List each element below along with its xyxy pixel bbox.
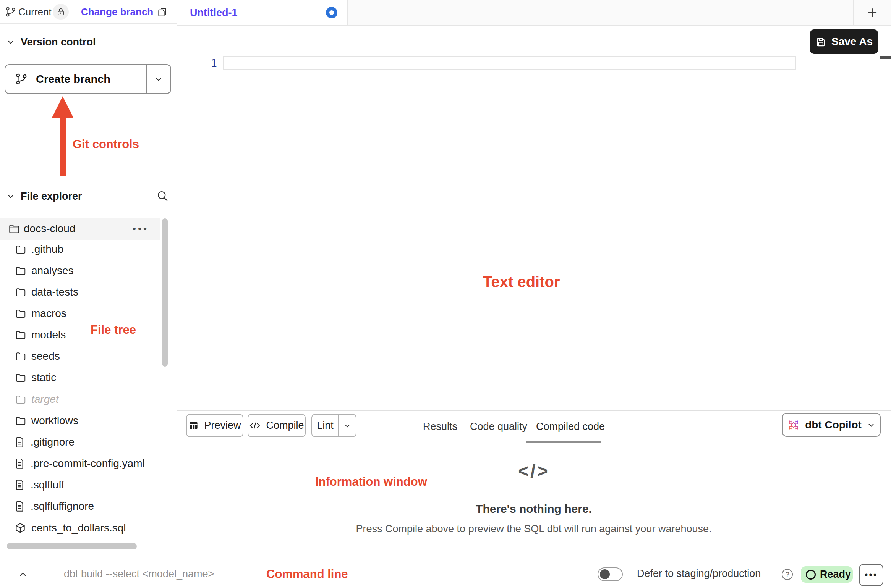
tree-item-seeds[interactable]: seeds: [0, 346, 160, 367]
tree-item-sqlfluff[interactable]: .sqlfluff: [0, 474, 160, 496]
folder-icon: [15, 244, 26, 255]
folder-icon: [15, 287, 26, 297]
lint-split-button[interactable]: Lint: [311, 414, 356, 437]
tree-item-label: .github: [31, 243, 63, 255]
tree-item-data-tests[interactable]: data-tests: [0, 281, 160, 303]
code-icon: [249, 421, 261, 430]
save-as-button[interactable]: Save As: [810, 29, 878, 54]
defer-label: Defer to staging/production: [637, 560, 761, 588]
version-control-header[interactable]: Version control: [6, 34, 96, 50]
version-control-title: Version control: [21, 36, 96, 48]
tree-item-sqlfluffignore[interactable]: .sqlfluffignore: [0, 496, 160, 517]
folder-icon: [15, 265, 26, 276]
dbt-copilot-button[interactable]: dbt Copilot: [782, 413, 881, 437]
file-icon: [15, 479, 25, 491]
annotation-arrow-shaft: [60, 115, 66, 176]
command-input[interactable]: dbt build --select <model_name>: [64, 560, 214, 588]
file-icon: [15, 458, 25, 469]
tree-item-static[interactable]: static: [0, 367, 160, 388]
line-number: 1: [198, 57, 217, 70]
empty-state-subtitle: Press Compile above to preview the SQL d…: [285, 523, 782, 535]
chevron-down-icon: [343, 422, 352, 430]
chevron-down-icon: [6, 192, 15, 201]
tree-item-label: static: [31, 372, 56, 384]
panel-tab-code-quality[interactable]: Code quality: [470, 411, 527, 443]
lint-label[interactable]: Lint: [312, 420, 338, 431]
table-icon: [188, 420, 199, 431]
model-cube-icon: [15, 522, 26, 534]
annotation-arrow-head: [52, 96, 73, 118]
create-branch-button[interactable]: Create branch: [5, 64, 171, 94]
compile-label: Compile: [266, 420, 304, 431]
panel-divider: [365, 411, 365, 443]
tree-item-analyses[interactable]: analyses: [0, 260, 160, 281]
ready-label: Ready: [820, 569, 851, 580]
command-bar-divider: [50, 560, 50, 588]
tree-item-target[interactable]: target: [0, 389, 160, 410]
folder-icon: [15, 415, 26, 426]
panel-tab-compiled-code[interactable]: Compiled code: [536, 411, 605, 443]
lock-icon: [57, 8, 65, 16]
annotation-git-controls: Git controls: [73, 137, 139, 151]
file-tree-root-name: docs-cloud: [24, 223, 75, 235]
tree-item-gitignore[interactable]: .gitignore: [0, 431, 160, 453]
open-folder-icon: [8, 223, 20, 234]
tree-item-label: data-tests: [31, 286, 78, 298]
annotation-text-editor: Text editor: [483, 273, 560, 291]
tree-item-models[interactable]: models: [0, 324, 160, 346]
file-icon: [15, 501, 25, 512]
tree-item-label: .pre-commit-config.yaml: [31, 457, 145, 470]
panel-tab-results[interactable]: Results: [423, 411, 457, 443]
tree-item-pre-commit-config[interactable]: .pre-commit-config.yaml: [0, 453, 160, 474]
ready-status-badge: Ready: [801, 566, 853, 583]
git-header-row: Current Change branch: [0, 0, 177, 24]
create-branch-main[interactable]: Create branch: [5, 65, 146, 93]
create-branch-label: Create branch: [36, 73, 110, 86]
defer-toggle[interactable]: [598, 567, 623, 581]
annotation-file-tree: File tree: [91, 323, 136, 337]
active-line-highlight: [223, 56, 796, 70]
tab-label: Untitled-1: [190, 7, 238, 19]
help-icon[interactable]: ?: [782, 569, 793, 580]
chevron-down-icon: [6, 37, 15, 47]
toggle-knob: [600, 569, 610, 579]
preview-button[interactable]: Preview: [186, 414, 243, 437]
tree-item-label: .sqlfluffignore: [31, 500, 94, 512]
folder-icon: [15, 308, 26, 319]
file-tree-scrollbar-horizontal[interactable]: [7, 543, 137, 549]
new-tab-button[interactable]: +: [853, 0, 891, 25]
change-branch-link[interactable]: Change branch: [81, 0, 153, 24]
file-tree-scrollbar-vertical[interactable]: [162, 218, 168, 367]
active-panel-tab-underline: [526, 441, 601, 443]
more-options-button[interactable]: •••: [859, 564, 883, 586]
search-icon[interactable]: [156, 189, 169, 202]
editor-scrollbar-thumb[interactable]: [880, 56, 891, 59]
sidebar-section-divider: [0, 181, 177, 181]
tree-item-macros[interactable]: macros: [0, 303, 160, 324]
kebab-menu-icon[interactable]: •••: [130, 223, 151, 234]
tree-item-label: .gitignore: [31, 436, 75, 448]
text-editor[interactable]: 1 Text editor: [177, 55, 891, 410]
file-explorer-title: File explorer: [21, 191, 82, 202]
tree-item-workflows[interactable]: workflows: [0, 410, 160, 431]
folder-icon: [15, 394, 26, 405]
create-branch-dropdown[interactable]: [146, 65, 170, 93]
save-icon: [815, 36, 826, 47]
git-branch-icon: [5, 6, 16, 17]
tree-item-cents-to-dollars[interactable]: cents_to_dollars.sql: [0, 517, 160, 539]
chevron-up-icon[interactable]: [15, 568, 31, 582]
compile-button[interactable]: Compile: [248, 414, 306, 437]
tree-item-label: .sqlfluff: [31, 479, 64, 491]
annotation-command-line: Command line: [266, 567, 348, 581]
copy-icon[interactable]: [157, 6, 168, 18]
folder-icon: [15, 351, 26, 362]
folder-icon: [15, 330, 26, 340]
editor-scrollbar-track[interactable]: [880, 55, 891, 410]
tab-untitled-1[interactable]: Untitled-1: [177, 0, 348, 25]
editor-tab-strip: Untitled-1 +: [177, 0, 891, 26]
current-branch-label: Current: [18, 0, 52, 24]
lint-dropdown[interactable]: [338, 415, 356, 436]
file-explorer-header[interactable]: File explorer: [6, 188, 82, 205]
tree-item-label: analyses: [31, 265, 74, 277]
tree-item-github[interactable]: .github: [0, 239, 160, 260]
